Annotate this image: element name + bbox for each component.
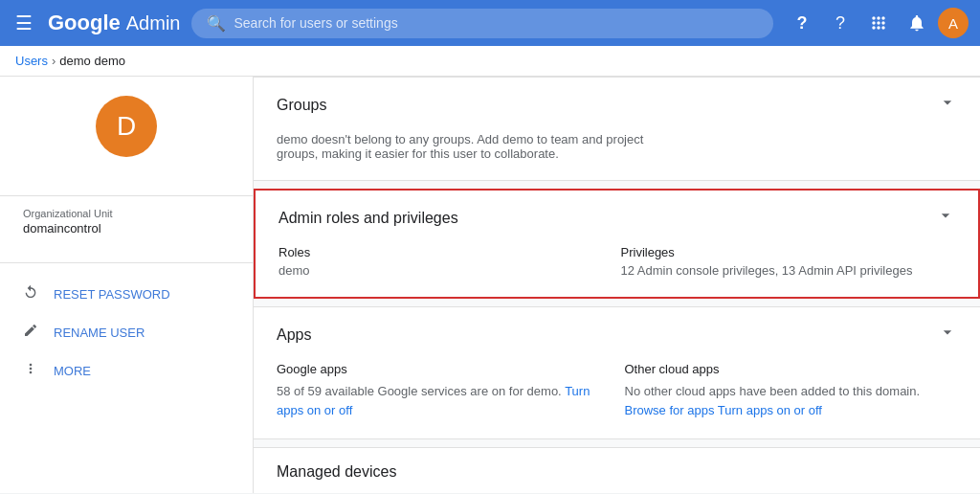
apps-body: Google apps 58 of 59 available Google se… [254, 362, 980, 438]
more-label: MORE [54, 364, 91, 378]
roles-table: Roles demo Privileges 12 Admin console p… [256, 245, 978, 297]
other-apps-title: Other cloud apps [625, 362, 958, 376]
apps-grid-icon[interactable] [861, 6, 896, 40]
groups-empty-text: demo doesn't belong to any groups. Add d… [277, 132, 659, 161]
apps-title: Apps [277, 326, 311, 344]
question-circle-icon[interactable]: ? [785, 6, 819, 40]
user-avatar[interactable]: A [938, 8, 969, 38]
google-apps-col: Google apps 58 of 59 available Google se… [277, 362, 610, 419]
roles-col-header: Roles [278, 245, 613, 259]
breadcrumb-parent-link[interactable]: Users [15, 54, 48, 68]
admin-roles-header[interactable]: Admin roles and privileges [256, 191, 978, 245]
groups-body: demo doesn't belong to any groups. Add d… [254, 132, 980, 180]
help-icon[interactable]: ? [823, 6, 858, 40]
groups-title: Groups [277, 97, 326, 114]
more-icon [23, 361, 38, 380]
privileges-col-value: 12 Admin console privileges, 13 Admin AP… [621, 263, 956, 278]
sidebar-actions: RESET PASSWORD RENAME USER MORE [0, 275, 253, 390]
notifications-icon[interactable] [900, 6, 934, 40]
search-icon: 🔍 [207, 14, 226, 33]
org-section: Organizational Unit domaincontrol [0, 208, 253, 251]
privileges-column: Privileges 12 Admin console privileges, … [621, 245, 956, 278]
reset-password-icon [23, 284, 38, 303]
groups-header[interactable]: Groups [254, 78, 980, 132]
content-area: Groups demo doesn't belong to any groups… [254, 77, 980, 493]
other-apps-text: No other cloud apps have been added to t… [625, 382, 958, 419]
turn-other-apps-on-off-link[interactable]: Turn apps on or off [718, 403, 822, 417]
reset-password-label: RESET PASSWORD [54, 287, 170, 302]
admin-roles-section: Admin roles and privileges Roles demo Pr… [254, 189, 980, 299]
app-logo: Google Admin [48, 11, 180, 35]
managed-devices-header[interactable]: Managed devices [254, 448, 980, 493]
breadcrumb: Users › demo demo [0, 46, 980, 77]
avatar: D [96, 96, 157, 157]
admin-label: Admin [126, 12, 181, 34]
groups-section: Groups demo doesn't belong to any groups… [254, 77, 980, 181]
google-wordmark: Google [48, 11, 121, 35]
roles-column: Roles demo [278, 245, 613, 278]
browse-for-apps-link[interactable]: Browse for apps [625, 403, 715, 417]
breadcrumb-current: demo demo [59, 54, 125, 68]
privileges-col-header: Privileges [621, 245, 956, 259]
admin-roles-title: Admin roles and privileges [278, 210, 458, 227]
google-apps-text: 58 of 59 available Google services are o… [277, 382, 610, 419]
nav-right-icons: ? ? A [785, 6, 969, 40]
main-container: D Organizational Unit domaincontrol RESE… [0, 77, 980, 493]
groups-chevron-icon [938, 93, 957, 117]
sidebar-user-info: D [0, 96, 253, 184]
search-input[interactable] [234, 15, 758, 31]
other-cloud-apps-col: Other cloud apps No other cloud apps hav… [625, 362, 958, 419]
sidebar: D Organizational Unit domaincontrol RESE… [0, 77, 254, 493]
org-unit-label: Organizational Unit [23, 208, 230, 219]
reset-password-action[interactable]: RESET PASSWORD [0, 275, 253, 313]
managed-devices-section: Managed devices Your organization doesn'… [254, 447, 980, 493]
breadcrumb-separator: › [52, 54, 56, 68]
sidebar-divider-top [0, 195, 253, 196]
managed-devices-title: Managed devices [277, 463, 396, 481]
hamburger-menu[interactable]: ☰ [11, 8, 36, 38]
more-action[interactable]: MORE [0, 351, 253, 390]
rename-user-action[interactable]: RENAME USER [0, 313, 253, 351]
admin-roles-chevron-icon [936, 206, 955, 230]
apps-section: Apps Google apps 58 of 59 available Goog… [254, 306, 980, 439]
search-bar[interactable]: 🔍 [191, 9, 773, 38]
apps-chevron-icon [938, 323, 957, 347]
roles-col-value: demo [278, 263, 613, 278]
apps-header[interactable]: Apps [254, 307, 980, 362]
sidebar-divider-mid [0, 262, 253, 263]
rename-user-label: RENAME USER [54, 326, 145, 340]
google-apps-title: Google apps [277, 362, 610, 376]
top-nav: ☰ Google Admin 🔍 ? ? A [0, 0, 980, 46]
org-unit-value: domaincontrol [23, 221, 230, 236]
rename-user-icon [23, 323, 38, 342]
